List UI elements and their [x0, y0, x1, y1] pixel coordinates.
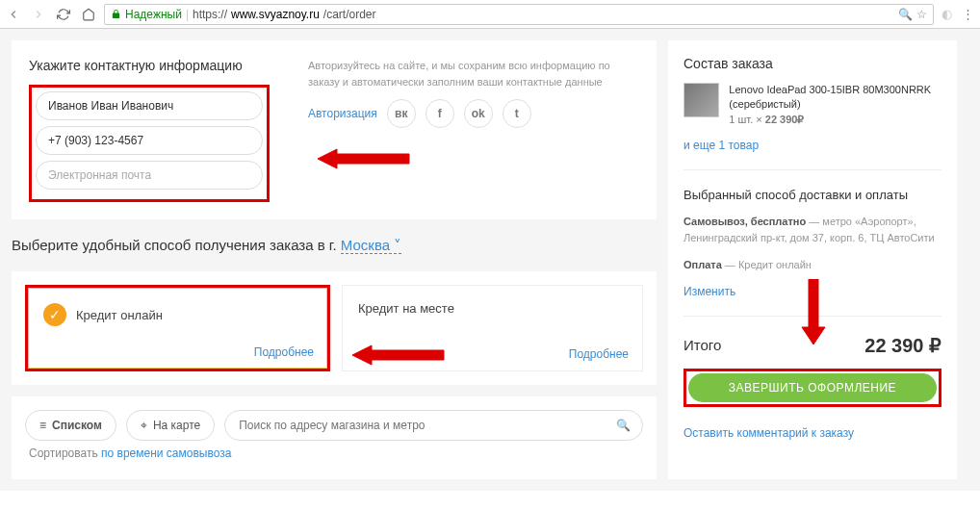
- complete-highlight: ЗАВЕРШИТЬ ОФОРМЛЕНИЕ: [683, 369, 941, 407]
- url-prefix: https://: [193, 8, 227, 21]
- email-field[interactable]: [36, 161, 263, 190]
- sort-label: Сортировать: [29, 446, 101, 460]
- menu-icon[interactable]: ⋮: [962, 7, 974, 21]
- change-link[interactable]: Изменить: [683, 285, 735, 298]
- more-items-link[interactable]: и еще 1 товар: [683, 139, 941, 152]
- payment-option-label: Кредит на месте: [358, 301, 454, 316]
- extension-icon[interactable]: ◐: [941, 7, 952, 21]
- product-thumbnail: [683, 83, 719, 117]
- auth-link[interactable]: Авторизация: [308, 107, 377, 120]
- delivery-header: Выберите удобный способ получения заказа…: [12, 231, 657, 260]
- star-icon[interactable]: ☆: [916, 8, 927, 21]
- reload-icon[interactable]: [56, 7, 71, 22]
- store-search-card: ≡ Списком ⌖ На карте 🔍 Сортировать по вр…: [12, 396, 657, 479]
- browser-toolbar: Надежный | https://www.svyaznoy.ru/cart/…: [0, 0, 980, 29]
- auth-hint: Авторизуйтесь на сайте, и мы сохраним вс…: [308, 58, 639, 89]
- facebook-icon[interactable]: f: [426, 99, 454, 128]
- store-search-input[interactable]: [239, 419, 629, 432]
- payment-label: Оплата: [683, 259, 722, 270]
- payment-option-online[interactable]: ✓ Кредит онлайн Подробнее: [25, 285, 330, 371]
- address-bar[interactable]: Надежный | https://www.svyaznoy.ru/cart/…: [104, 4, 934, 25]
- contact-info-card: Укажите контактную информацию Авторизуйт…: [12, 40, 657, 219]
- details-link[interactable]: Подробнее: [569, 347, 629, 361]
- product-name: Lenovo IdeaPad 300-15IBR 80M300NRRK (сер…: [729, 83, 941, 113]
- payment-option-onsite[interactable]: Кредит на месте Подробнее: [342, 285, 643, 371]
- back-icon[interactable]: [6, 7, 21, 22]
- phone-field[interactable]: [36, 126, 263, 155]
- list-icon: ≡: [39, 419, 46, 432]
- check-icon: ✓: [43, 303, 66, 326]
- secure-label: Надежный: [125, 8, 182, 21]
- url-path: /cart/order: [323, 8, 376, 21]
- product-qty: 1 шт. ×: [729, 114, 764, 125]
- chevron-down-icon: ˅: [394, 237, 401, 253]
- city-selector[interactable]: Москва ˅: [341, 237, 401, 254]
- payment-card: ✓ Кредит онлайн Подробнее Кредит на мест…: [12, 271, 657, 385]
- contact-title: Укажите контактную информацию: [29, 58, 279, 73]
- name-field[interactable]: [36, 91, 263, 120]
- pickup-label: Самовывоз, бесплатно: [683, 216, 806, 227]
- payment-value: — Кредит онлайн: [722, 259, 812, 270]
- lock-icon: [111, 9, 121, 19]
- store-search[interactable]: 🔍: [224, 410, 643, 441]
- twitter-icon[interactable]: t: [503, 99, 531, 128]
- total-value: 22 390 ₽: [864, 334, 941, 357]
- order-summary: Состав заказа Lenovo IdeaPad 300-15IBR 8…: [668, 40, 957, 479]
- product-price: 22 390₽: [765, 114, 805, 125]
- delivery-title: Выбранный способ доставки и оплаты: [683, 188, 941, 202]
- search-in-page-icon[interactable]: 🔍: [898, 8, 913, 21]
- url-host: www.svyaznoy.ru: [231, 8, 320, 21]
- pin-icon: ⌖: [141, 419, 147, 432]
- complete-order-button[interactable]: ЗАВЕРШИТЬ ОФОРМЛЕНИЕ: [688, 373, 937, 402]
- add-comment-link[interactable]: Оставить комментарий к заказу: [683, 426, 941, 440]
- view-map-button[interactable]: ⌖ На карте: [126, 410, 215, 441]
- ok-icon[interactable]: ok: [464, 99, 493, 128]
- details-link[interactable]: Подробнее: [254, 345, 314, 359]
- search-icon[interactable]: 🔍: [616, 419, 631, 432]
- home-icon[interactable]: [81, 7, 96, 22]
- view-list-button[interactable]: ≡ Списком: [25, 410, 116, 441]
- payment-option-label: Кредит онлайн: [76, 308, 163, 322]
- total-label: Итого: [683, 337, 721, 353]
- order-title: Состав заказа: [683, 56, 941, 71]
- contact-form-highlight: [29, 85, 270, 202]
- product-row: Lenovo IdeaPad 300-15IBR 80M300NRRK (сер…: [683, 83, 941, 127]
- sort-link[interactable]: по времени самовывоза: [101, 446, 231, 460]
- vk-icon[interactable]: вк: [387, 99, 416, 128]
- forward-icon[interactable]: [31, 7, 46, 22]
